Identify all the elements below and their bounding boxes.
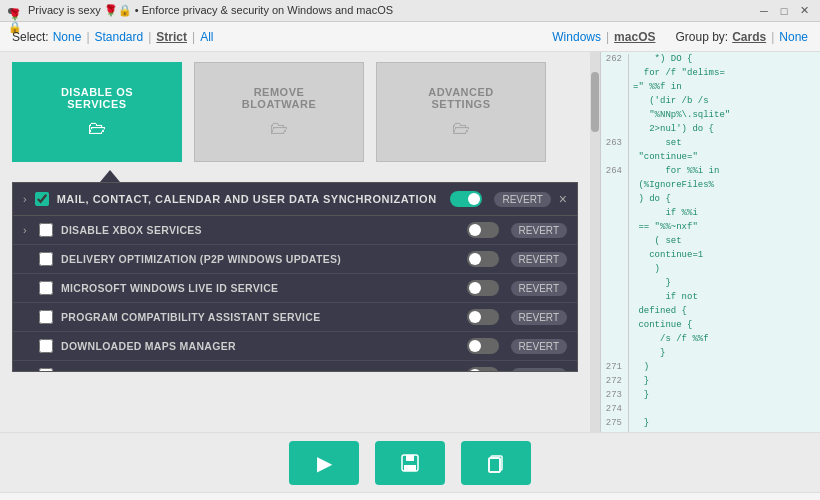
os-windows[interactable]: Windows [552, 30, 601, 44]
dropdown-pointer [100, 170, 120, 182]
expand-icon [23, 340, 33, 352]
item-toggle[interactable] [467, 367, 499, 371]
dropdown-close-button[interactable]: × [559, 191, 567, 207]
select-label: Select: [12, 30, 49, 44]
left-panel: DISABLE OSSERVICES 🗁 REMOVEBLOATWARE 🗁 A… [0, 52, 590, 432]
card-advanced-settings-icon: 🗁 [452, 118, 470, 139]
run-button[interactable]: ▶ [289, 441, 359, 485]
toggle-knob [469, 369, 481, 371]
item-revert-button[interactable]: REVERT [511, 368, 567, 372]
item-revert-button[interactable]: REVERT [511, 223, 567, 238]
cards-row: DISABLE OSSERVICES 🗁 REMOVEBLOATWARE 🗁 A… [12, 62, 578, 162]
nav-bar: Select: None | Standard | Strict | All W… [0, 22, 820, 52]
svg-rect-4 [489, 458, 500, 472]
os-macos[interactable]: macOS [614, 30, 655, 44]
footer: 🌐 Online version at https://privacy.sexy… [0, 492, 820, 500]
item-toggle[interactable] [467, 280, 499, 296]
expand-icon[interactable]: › [23, 224, 33, 236]
item-label: MICROSOFT WINDOWS LIVE ID SERVICE [61, 282, 467, 294]
list-item: MICROSOFT RETAIL DEMO EXPERIENCE REVERT [13, 361, 577, 371]
main-scrollbar[interactable] [590, 52, 600, 432]
expand-icon [23, 253, 33, 265]
card-remove-bloatware-label: REMOVEBLOATWARE [234, 86, 325, 110]
toggle-knob [468, 193, 480, 205]
card-remove-bloatware[interactable]: REMOVEBLOATWARE 🗁 [194, 62, 364, 162]
item-revert-button[interactable]: REVERT [511, 252, 567, 267]
item-checkbox[interactable] [39, 252, 53, 266]
window-title: Privacy is sexy 🌹🔒 • Enforce privacy & s… [28, 4, 756, 17]
item-label: MICROSOFT RETAIL DEMO EXPERIENCE [61, 369, 467, 371]
item-checkbox[interactable] [39, 223, 53, 237]
right-panel: 262 *) DO { for /f "delims= =" %%f in ('… [600, 52, 820, 432]
item-toggle[interactable] [467, 309, 499, 325]
item-label: DOWNLOADED MAPS MANAGER [61, 340, 467, 352]
item-checkbox[interactable] [39, 339, 53, 353]
action-bar: ▶ [0, 432, 820, 492]
item-toggle[interactable] [467, 251, 499, 267]
dropdown-title: MAIL, CONTACT, CALENDAR AND USER DATA SY… [57, 193, 451, 205]
dropdown-checkbox[interactable] [35, 192, 49, 206]
toggle-knob [469, 340, 481, 352]
item-toggle[interactable] [467, 222, 499, 238]
card-disable-os-icon: 🗁 [88, 118, 106, 139]
item-revert-button[interactable]: REVERT [511, 310, 567, 325]
scrollbar-thumb[interactable] [591, 72, 599, 132]
dropdown-panel: › MAIL, CONTACT, CALENDAR AND USER DATA … [12, 182, 578, 372]
list-item: MICROSOFT WINDOWS LIVE ID SERVICE REVERT [13, 274, 577, 303]
dropdown-header: › MAIL, CONTACT, CALENDAR AND USER DATA … [13, 183, 577, 216]
item-revert-button[interactable]: REVERT [511, 339, 567, 354]
list-items: › DISABLE XBOX SERVICES REVERT DELIVERY … [13, 216, 577, 371]
title-bar: 🌹🔒 Privacy is sexy 🌹🔒 • Enforce privacy … [0, 0, 820, 22]
item-checkbox[interactable] [39, 281, 53, 295]
expand-icon [23, 369, 33, 371]
group-cards[interactable]: Cards [732, 30, 766, 44]
card-advanced-settings[interactable]: ADVANCEDSETTINGS 🗁 [376, 62, 546, 162]
toggle-knob [469, 253, 481, 265]
card-advanced-settings-label: ADVANCEDSETTINGS [420, 86, 502, 110]
item-toggle[interactable] [467, 338, 499, 354]
os-selector: Windows | macOS [552, 30, 655, 44]
svg-rect-1 [406, 455, 414, 461]
copy-button[interactable] [461, 441, 531, 485]
select-standard[interactable]: Standard [95, 30, 144, 44]
toggle-knob [469, 224, 481, 236]
app-icon: 🌹🔒 [8, 4, 22, 18]
item-label: PROGRAM COMPATIBILITY ASSISTANT SERVICE [61, 311, 467, 323]
card-remove-bloatware-icon: 🗁 [270, 118, 288, 139]
svg-rect-2 [404, 465, 416, 471]
minimize-button[interactable]: ─ [756, 3, 772, 19]
select-none[interactable]: None [53, 30, 82, 44]
list-item: DELIVERY OPTIMIZATION (P2P WINDOWS UPDAT… [13, 245, 577, 274]
toggle-knob [469, 282, 481, 294]
code-area: 262 *) DO { for /f "delims= =" %%f in ('… [601, 52, 820, 432]
save-button[interactable] [375, 441, 445, 485]
toggle-knob [469, 311, 481, 323]
item-checkbox[interactable] [39, 310, 53, 324]
list-item: PROGRAM COMPATIBILITY ASSISTANT SERVICE … [13, 303, 577, 332]
maximize-button[interactable]: □ [776, 3, 792, 19]
group-none[interactable]: None [779, 30, 808, 44]
item-label: DISABLE XBOX SERVICES [61, 224, 467, 236]
item-checkbox[interactable] [39, 368, 53, 371]
window-controls: ─ □ ✕ [756, 3, 812, 19]
list-item: DOWNLOADED MAPS MANAGER REVERT [13, 332, 577, 361]
card-disable-os[interactable]: DISABLE OSSERVICES 🗁 [12, 62, 182, 162]
list-item: › DISABLE XBOX SERVICES REVERT [13, 216, 577, 245]
expand-button[interactable]: › [23, 193, 27, 205]
select-strict[interactable]: Strict [156, 30, 187, 44]
main-area: DISABLE OSSERVICES 🗁 REMOVEBLOATWARE 🗁 A… [0, 52, 820, 432]
item-label: DELIVERY OPTIMIZATION (P2P WINDOWS UPDAT… [61, 253, 467, 265]
select-all[interactable]: All [200, 30, 213, 44]
expand-icon [23, 311, 33, 323]
card-disable-os-label: DISABLE OSSERVICES [53, 86, 141, 110]
item-revert-button[interactable]: REVERT [511, 281, 567, 296]
expand-icon [23, 282, 33, 294]
dropdown-toggle[interactable] [450, 191, 482, 207]
dropdown-revert-button[interactable]: REVERT [494, 192, 550, 207]
group-by-label: Group by: [675, 30, 728, 44]
close-button[interactable]: ✕ [796, 3, 812, 19]
